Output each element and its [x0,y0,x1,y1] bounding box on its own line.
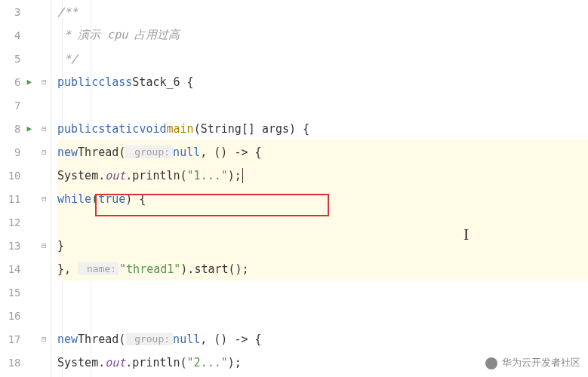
line-number: 4 [0,29,27,41]
run-gutter-icon[interactable]: ▶ [27,77,38,87]
watermark-logo-icon [485,357,497,369]
code-line[interactable]: public static void main(String[] args) { [57,117,588,140]
fold-marker[interactable]: ⊟ [37,335,51,343]
code-line[interactable]: while(true) { [57,187,588,210]
gutter: 3 4 5 6▶⊟ 7 8▶⊟ 9⊟ 10 11⊟ 12 13⊟ 14 15 1… [0,0,51,377]
fold-marker[interactable]: ⊟ [37,241,51,250]
code-line[interactable]: */ [57,47,588,70]
line-number: 3 [0,6,27,18]
code-area[interactable]: /** * 演示 cpu 占用过高 */ public class Stack_… [51,0,588,377]
line-number: 10 [0,170,27,182]
line-number: 16 [0,310,27,322]
line-number: 15 [0,287,27,299]
line-number: 6 [0,76,27,88]
line-number: 14 [0,263,27,275]
run-gutter-icon[interactable]: ▶ [27,124,38,133]
text-cursor [242,168,244,183]
code-line[interactable]: System.out.println("1..."); [57,164,588,187]
code-line[interactable] [57,93,588,117]
code-line[interactable]: }, name: "thread1").start(); [57,257,588,280]
line-number: 5 [0,53,27,65]
code-line[interactable]: new Thread( group: null, () -> { [57,327,588,351]
line-number: 8 [0,123,27,135]
code-line[interactable]: } [57,234,588,257]
fold-marker[interactable]: ⊟ [37,78,51,86]
watermark: 华为云开发者社区 [485,356,580,369]
code-editor: 3 4 5 6▶⊟ 7 8▶⊟ 9⊟ 10 11⊟ 12 13⊟ 14 15 1… [0,0,588,377]
line-number: 12 [0,216,27,228]
code-line[interactable] [57,280,588,304]
code-line[interactable]: /** [57,0,588,23]
line-number: 13 [0,240,27,252]
fold-marker[interactable]: ⊟ [37,124,51,133]
parameter-hint: group: [125,333,173,345]
line-number: 11 [0,193,27,205]
line-number: 9 [0,146,27,158]
line-number: 7 [0,100,27,112]
parameter-hint: group: [125,146,173,158]
code-line[interactable] [57,304,588,327]
code-line[interactable]: public class Stack_6 { [57,70,588,93]
parameter-hint: name: [78,262,119,275]
line-number: 18 [0,357,27,369]
code-line[interactable]: * 演示 cpu 占用过高 [57,23,588,47]
code-line[interactable]: new Thread( group: null, () -> { [57,140,588,164]
code-line[interactable] [57,210,588,234]
fold-marker[interactable]: ⊟ [37,148,51,156]
line-number: 17 [0,333,27,345]
fold-marker[interactable]: ⊟ [37,195,51,203]
